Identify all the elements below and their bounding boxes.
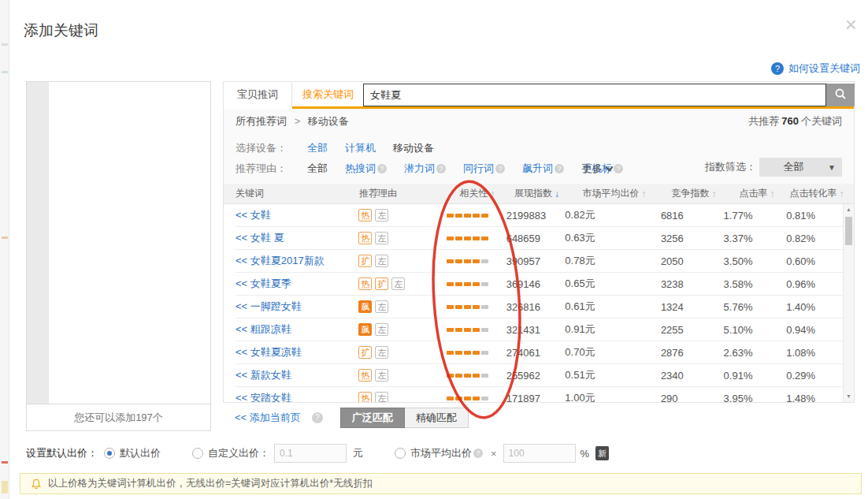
custom-bid-radio[interactable]	[192, 448, 203, 459]
market-bid-label[interactable]: 市场平均出价	[410, 446, 472, 460]
scrollbar-up-icon[interactable]: ▲	[844, 204, 854, 215]
keyword-link[interactable]: << 女鞋夏季	[236, 277, 291, 291]
reason-filter-option[interactable]: 热搜词?	[345, 162, 387, 174]
reason-badge: 左	[375, 232, 388, 244]
relevance-segment	[481, 397, 488, 400]
market-bid-radio[interactable]	[395, 448, 406, 459]
relevance-segment	[447, 351, 454, 355]
cvr-cell: 0.60%	[786, 255, 843, 267]
relevance-cell	[447, 397, 506, 400]
help-link[interactable]: ? 如何设置关键词	[771, 61, 860, 76]
keyword-link[interactable]: << 粗跟凉鞋	[236, 322, 291, 337]
notice-text: 以上价格为关键词计算机出价，无线出价=关键词对应计算机出价*无线折扣	[48, 477, 373, 490]
cvr-cell: 1.08%	[786, 347, 843, 359]
reason-filter-option[interactable]: 潜力词?	[404, 162, 446, 174]
custom-bid-input[interactable]	[274, 444, 347, 463]
competition-cell: 1324	[661, 301, 724, 313]
question-icon[interactable]: ?	[377, 164, 387, 173]
relevance-cell	[447, 305, 506, 309]
total-count: 760	[781, 115, 799, 127]
relevance-bars	[447, 351, 490, 355]
ctr-cell: 5.76%	[724, 301, 787, 313]
column-header[interactable]: 竞争指数↑	[662, 184, 725, 203]
default-bid-radio[interactable]	[104, 448, 115, 459]
device-filter-option[interactable]: 计算机	[345, 142, 376, 154]
relevance-segment	[481, 351, 488, 355]
scrollbar-thumb[interactable]	[845, 217, 852, 245]
ctr-cell: 0.91%	[724, 370, 787, 382]
column-header[interactable]: 关键词	[236, 184, 359, 203]
reason-badge: 扩	[358, 346, 372, 359]
tab-product-words[interactable]: 宝贝推词	[224, 82, 292, 106]
competition-cell: 6816	[661, 210, 724, 222]
table-scrollbar[interactable]: ▲ ▼	[843, 204, 854, 402]
relevance-segment	[473, 328, 480, 332]
default-bid-label[interactable]: 默认出价	[120, 446, 161, 460]
relevance-segment	[455, 374, 462, 378]
index-filter-dropdown[interactable]: 全部 ▼	[759, 158, 842, 177]
keyword-link[interactable]: << 新款女鞋	[236, 368, 291, 382]
question-icon[interactable]: ?	[614, 164, 623, 173]
column-header[interactable]: 点击率↑	[725, 184, 788, 203]
device-filter-option[interactable]: 全部	[307, 142, 328, 154]
reason-cell: 飙左	[358, 323, 447, 336]
keyword-link[interactable]: << 女鞋	[236, 208, 271, 222]
tab-search-keywords[interactable]: 搜索关键词	[293, 82, 363, 106]
market-bid-percent-input[interactable]	[503, 444, 576, 463]
relevance-cell	[447, 259, 506, 263]
cvr-cell: 0.82%	[786, 233, 843, 244]
help-link-label[interactable]: 如何设置关键词	[788, 61, 860, 76]
keyword-search-input[interactable]	[363, 84, 826, 106]
market-bid-question-icon[interactable]: ?	[473, 449, 483, 458]
competition-cell: 3238	[661, 278, 724, 290]
relevance-segment	[464, 236, 471, 240]
reason-filter-option[interactable]: 同行词?	[463, 162, 505, 174]
question-icon[interactable]: ?	[495, 164, 505, 173]
ctr-cell: 3.95%	[724, 393, 787, 403]
reason-badge: 左	[375, 209, 388, 222]
column-header[interactable]: 相关性↑	[447, 184, 507, 203]
avg_price-cell: 0.51元	[565, 368, 661, 382]
custom-bid-label[interactable]: 自定义出价：	[208, 446, 269, 460]
keyword-cell: << 粗跟凉鞋	[236, 322, 358, 337]
keyword-link[interactable]: << 女鞋夏2017新款	[236, 254, 325, 268]
question-icon[interactable]: ?	[436, 164, 446, 173]
keyword-link[interactable]: << 安踏女鞋	[236, 391, 291, 402]
device-filter-label: 选择设备：	[236, 142, 287, 154]
search-button[interactable]	[826, 84, 855, 106]
exact-match-button[interactable]: 精确匹配	[405, 408, 469, 428]
relevance-segment	[455, 397, 462, 400]
column-header-label: 相关性	[460, 187, 488, 200]
keyword-link[interactable]: << 女鞋 夏	[236, 231, 284, 245]
device-filter-option[interactable]: 移动设备	[393, 142, 434, 154]
reason-filter-option[interactable]: 飙升词?	[522, 162, 564, 174]
relevance-segment	[464, 397, 471, 400]
add-page-question-icon[interactable]: ?	[312, 412, 323, 423]
reason-filter-row: 推荐理由：全部热搜词?潜力词?同行词?飙升词?手机标?	[236, 162, 640, 176]
breadcrumb-root[interactable]: 所有推荐词	[236, 115, 287, 127]
relevance-segment	[464, 351, 471, 355]
relevance-segment	[464, 328, 471, 332]
reason-cell: 热左	[358, 209, 447, 222]
scrollbar-down-icon[interactable]: ▼	[844, 391, 854, 402]
ctr-cell: 5.10%	[724, 324, 787, 336]
column-header[interactable]: 点击转化率↑	[788, 184, 845, 203]
relevance-segment	[473, 397, 480, 400]
reason-filter-option[interactable]: 全部	[307, 162, 328, 174]
avg_price-cell: 0.65元	[565, 277, 661, 291]
avg_price-cell: 0.91元	[565, 322, 661, 337]
question-icon[interactable]: ?	[555, 164, 564, 173]
column-header[interactable]: 展现指数↓	[507, 184, 566, 203]
add-current-page-link[interactable]: << 添加当前页	[235, 411, 301, 425]
close-icon[interactable]: ×	[845, 14, 857, 35]
broad-match-button[interactable]: 广泛匹配	[340, 408, 405, 428]
default-bid-row: 设置默认出价： 默认出价 自定义出价： 元 市场平均出价 ? × % 新	[26, 441, 609, 465]
more-filters-button[interactable]: 更多	[582, 162, 612, 176]
avg_price-cell: 0.70元	[565, 345, 661, 359]
column-header[interactable]: 推荐理由	[359, 184, 447, 203]
keyword-link[interactable]: << 女鞋夏凉鞋	[236, 345, 302, 359]
relevance-segment	[447, 328, 454, 332]
cvr-cell: 0.81%	[786, 210, 843, 222]
column-header[interactable]: 市场平均出价↑	[566, 184, 662, 203]
keyword-link[interactable]: << 一脚蹬女鞋	[236, 300, 302, 314]
